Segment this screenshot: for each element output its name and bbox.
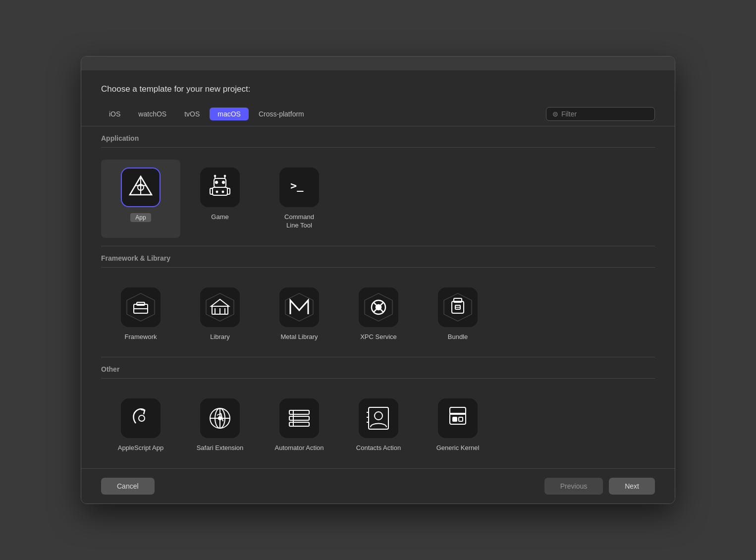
section-framework-library: Framework & Library Framework xyxy=(101,246,655,358)
template-item-safari-extension[interactable]: Safari Extension xyxy=(180,391,260,460)
dialog-title: Choose a template for your new project: xyxy=(101,84,250,94)
contacts-action-label: Contacts Action xyxy=(356,444,401,452)
app-icon-container xyxy=(121,168,161,207)
app-icon xyxy=(126,172,156,202)
applescript-app-label: AppleScript App xyxy=(118,444,164,452)
applescript-app-icon-container xyxy=(121,398,161,438)
game-label: Game xyxy=(211,213,228,222)
tab-macos[interactable]: macOS xyxy=(210,108,249,120)
bundle-label: Bundle xyxy=(448,333,468,341)
template-item-automator-action[interactable]: Automator Action xyxy=(260,391,339,460)
generic-kernel-label: Generic Kernel xyxy=(436,444,480,452)
footer-right: Previous Next xyxy=(544,478,655,495)
template-item-applescript-app[interactable]: AppleScript App xyxy=(101,391,180,460)
xpc-service-label: XPC Service xyxy=(360,333,397,341)
game-icon xyxy=(205,172,235,202)
section-other: Other AppleScript App xyxy=(101,357,655,468)
section-application-header: Application xyxy=(101,126,655,148)
template-item-command-line-tool[interactable]: >_ CommandLine Tool xyxy=(260,160,339,238)
cancel-button[interactable]: Cancel xyxy=(101,478,155,495)
title-bar xyxy=(81,56,675,70)
automator-action-icon-container xyxy=(279,398,319,438)
tab-ios[interactable]: iOS xyxy=(101,108,128,120)
app-label: App xyxy=(130,213,151,222)
svg-point-13 xyxy=(214,175,216,177)
automator-action-icon xyxy=(284,403,314,433)
safari-extension-icon xyxy=(205,403,235,433)
tab-group: iOS watchOS tvOS macOS Cross-platform xyxy=(101,108,544,120)
xpc-service-icon-container xyxy=(359,287,398,327)
section-application: Application xyxy=(101,126,655,246)
svg-point-48 xyxy=(218,417,221,420)
command-line-tool-label: CommandLine Tool xyxy=(284,213,314,230)
svg-text:>_: >_ xyxy=(290,179,304,192)
template-item-metal-library[interactable]: Metal Library xyxy=(260,280,339,349)
game-icon-container xyxy=(200,168,240,207)
template-item-app[interactable]: App xyxy=(101,160,180,238)
next-button[interactable]: Next xyxy=(609,478,655,495)
dialog-footer: Cancel Previous Next xyxy=(81,468,675,504)
command-line-tool-icon: >_ xyxy=(284,172,314,202)
svg-rect-17 xyxy=(222,191,224,193)
library-icon xyxy=(204,291,236,323)
filter-box[interactable]: ⊜ xyxy=(546,107,655,121)
svg-marker-30 xyxy=(285,293,313,321)
framework-icon-container xyxy=(121,287,161,327)
safari-extension-icon-container xyxy=(200,398,240,438)
new-project-dialog: Choose a template for your new project: … xyxy=(81,56,675,504)
contacts-action-icon xyxy=(364,403,393,433)
library-label: Library xyxy=(210,333,230,341)
library-icon-container xyxy=(200,287,240,327)
bundle-icon xyxy=(442,291,474,323)
template-item-framework[interactable]: Framework xyxy=(101,280,180,349)
generic-kernel-icon-container xyxy=(438,398,478,438)
template-item-library[interactable]: Library xyxy=(180,280,260,349)
svg-marker-20 xyxy=(127,293,155,321)
svg-point-8 xyxy=(222,181,225,184)
template-item-generic-kernel[interactable]: Generic Kernel xyxy=(418,391,497,460)
applescript-app-icon xyxy=(126,403,156,433)
template-item-contacts-action[interactable]: Contacts Action xyxy=(339,391,418,460)
svg-rect-65 xyxy=(453,417,457,421)
tab-watchos[interactable]: watchOS xyxy=(130,108,174,120)
framework-items-grid: Framework xyxy=(101,272,655,358)
svg-point-15 xyxy=(224,175,226,177)
safari-extension-label: Safari Extension xyxy=(197,444,244,452)
section-framework-library-header: Framework & Library xyxy=(101,246,655,268)
tab-tvos[interactable]: tvOS xyxy=(176,108,208,120)
command-line-tool-icon-container: >_ xyxy=(279,168,319,207)
svg-marker-24 xyxy=(206,293,234,321)
metal-library-icon xyxy=(283,291,315,323)
bundle-icon-container xyxy=(438,287,478,327)
template-content: Application xyxy=(81,126,675,469)
dialog-header: Choose a template for your new project: xyxy=(81,70,675,102)
framework-label: Framework xyxy=(124,333,157,341)
other-items-grid: AppleScript App xyxy=(101,383,655,468)
tab-bar: iOS watchOS tvOS macOS Cross-platform ⊜ xyxy=(81,102,675,126)
xpc-service-icon xyxy=(363,291,394,323)
previous-button[interactable]: Previous xyxy=(544,478,603,495)
template-item-game[interactable]: Game xyxy=(180,160,260,238)
svg-point-35 xyxy=(376,305,381,310)
metal-library-icon-container xyxy=(279,287,319,327)
generic-kernel-icon xyxy=(443,403,473,433)
tab-crossplatform[interactable]: Cross-platform xyxy=(251,108,312,120)
section-other-header: Other xyxy=(101,357,655,379)
svg-rect-41 xyxy=(126,403,156,433)
template-item-xpc-service[interactable]: XPC Service xyxy=(339,280,418,349)
automator-action-label: Automator Action xyxy=(275,444,324,452)
svg-point-7 xyxy=(215,181,218,184)
template-item-bundle[interactable]: Bundle xyxy=(418,280,497,349)
framework-icon xyxy=(125,291,157,323)
metal-library-label: Metal Library xyxy=(280,333,318,341)
svg-rect-16 xyxy=(216,191,218,193)
filter-icon: ⊜ xyxy=(552,110,558,118)
filter-input[interactable] xyxy=(561,110,648,118)
contacts-action-icon-container xyxy=(359,398,398,438)
application-items-grid: App xyxy=(101,152,655,246)
